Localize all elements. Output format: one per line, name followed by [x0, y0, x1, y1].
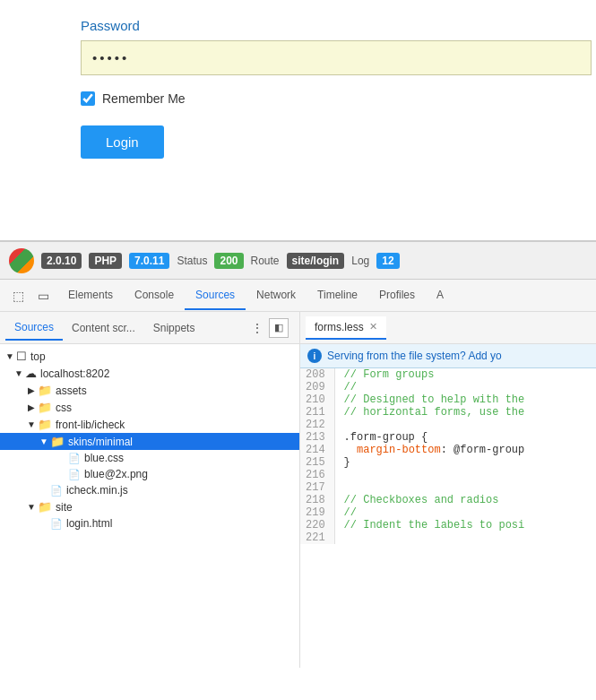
arrow-front-lib: ▼	[25, 419, 38, 429]
sources-subtabs: Sources Content scr... Snippets ⋮ ◧	[0, 312, 299, 344]
tree-item-top[interactable]: ▼ ☐ top	[0, 348, 299, 365]
file-tree: ▼ ☐ top ▼ ☁ localhost:8202 ▶ 📁 assets	[0, 344, 299, 668]
code-line-219: 219 //	[300, 506, 596, 519]
code-line-208: 208 // Form groups	[300, 368, 596, 381]
tree-label-assets: assets	[56, 385, 87, 397]
file-tab-forms-less[interactable]: forms.less ✕	[306, 316, 386, 340]
subtab-snippets[interactable]: Snippets	[144, 316, 204, 340]
file-icon-icheck: 📄	[50, 485, 63, 497]
log-count-badge: 12	[376, 253, 399, 269]
tree-item-assets[interactable]: ▶ 📁 assets	[0, 382, 299, 399]
tree-item-localhost[interactable]: ▼ ☁ localhost:8202	[0, 365, 299, 382]
folder-icon-site: 📁	[38, 500, 52, 514]
page-content: Password Remember Me Login	[0, 0, 596, 242]
file-tab-label: forms.less	[315, 321, 364, 333]
tab-profiles[interactable]: Profiles	[368, 281, 426, 310]
code-line-213: 213 .form-group {	[300, 431, 596, 444]
code-line-210: 210 // Designed to help with the	[300, 393, 596, 406]
tree-label-localhost: localhost:8202	[40, 367, 109, 380]
tree-item-blue-css[interactable]: 📄 blue.css	[0, 450, 299, 466]
tab-timeline[interactable]: Timeline	[307, 281, 368, 310]
code-line-209: 209 //	[300, 381, 596, 393]
password-label: Password	[81, 18, 578, 33]
file-icon-blue-css: 📄	[68, 453, 81, 464]
tab-elements[interactable]: Elements	[57, 281, 124, 310]
close-tab-icon[interactable]: ✕	[369, 321, 377, 333]
tree-label-icheck: icheck.min.js	[66, 484, 128, 497]
devtools-tabs-row: ⬚ ▭ Elements Console Sources Network Tim…	[0, 280, 596, 312]
code-line-214: 214 margin-bottom: @form-group	[300, 444, 596, 456]
code-lines: 208 // Form groups 209 // 210 // Designe…	[300, 368, 596, 544]
info-text: Serving from the file system? Add yo	[327, 350, 502, 362]
code-line-221: 221	[300, 531, 596, 544]
route-value-badge: site/login	[287, 253, 345, 269]
tab-network[interactable]: Network	[246, 281, 307, 310]
tree-label-site: site	[56, 501, 73, 514]
cursor-icon[interactable]: ⬚	[7, 285, 29, 307]
code-line-211: 211 // horizontal forms, use the	[300, 406, 596, 419]
subtab-sources[interactable]: Sources	[5, 315, 63, 341]
arrow-localhost: ▼	[13, 368, 25, 378]
status-label: Status	[177, 255, 207, 267]
tree-item-blue-png[interactable]: 📄 blue@2x.png	[0, 466, 299, 482]
subtab-content-scripts[interactable]: Content scr...	[63, 316, 144, 340]
folder-icon-front-lib: 📁	[38, 418, 52, 431]
code-line-216: 216	[300, 469, 596, 481]
device-icon[interactable]: ▭	[32, 285, 54, 307]
arrow-site: ▼	[25, 502, 38, 512]
file-icon-blue-png: 📄	[68, 469, 81, 480]
info-icon: i	[307, 349, 322, 363]
remember-row: Remember Me	[81, 91, 578, 106]
tree-label-front-lib: front-lib/icheck	[56, 419, 125, 431]
left-panel: Sources Content scr... Snippets ⋮ ◧ ▼ ☐ …	[0, 312, 300, 668]
tree-item-site[interactable]: ▼ 📁 site	[0, 498, 299, 515]
devtools-bar: 2.0.10 PHP 7.0.11 Status 200 Route site/…	[0, 242, 596, 280]
cloud-icon: ☁	[25, 367, 37, 380]
php-label: PHP	[89, 253, 122, 269]
tab-extra[interactable]: A	[426, 281, 454, 310]
login-button[interactable]: Login	[81, 125, 164, 159]
panel-toggle[interactable]: ◧	[269, 318, 289, 338]
tree-item-icheck[interactable]: 📄 icheck.min.js	[0, 482, 299, 498]
tree-label-blue-png: blue@2x.png	[84, 468, 148, 480]
tree-label-skins: skins/minimal	[68, 436, 133, 448]
yii-logo	[9, 248, 34, 273]
info-bar: i Serving from the file system? Add yo	[300, 344, 596, 368]
folder-icon-css: 📁	[38, 401, 52, 414]
tree-label-login: login.html	[66, 517, 112, 530]
arrow-css: ▶	[25, 402, 38, 412]
status-code-badge: 200	[214, 253, 243, 269]
remember-label: Remember Me	[102, 91, 186, 106]
tree-item-login[interactable]: 📄 login.html	[0, 515, 299, 531]
page-icon: ☐	[16, 350, 27, 363]
file-icon-login: 📄	[50, 518, 63, 530]
code-line-215: 215 }	[300, 456, 596, 469]
tree-item-front-lib[interactable]: ▼ 📁 front-lib/icheck	[0, 416, 299, 433]
devtools-content: Sources Content scr... Snippets ⋮ ◧ ▼ ☐ …	[0, 312, 596, 668]
code-area[interactable]: 208 // Form groups 209 // 210 // Designe…	[300, 368, 596, 668]
code-line-218: 218 // Checkboxes and radios	[300, 494, 596, 506]
arrow-skins: ▼	[38, 436, 50, 446]
tree-item-css[interactable]: ▶ 📁 css	[0, 399, 299, 416]
password-input[interactable]	[81, 40, 592, 75]
code-line-212: 212	[300, 419, 596, 431]
tree-label-blue-css: blue.css	[84, 452, 124, 464]
php-version-badge: 7.0.11	[129, 253, 169, 269]
code-line-217: 217	[300, 481, 596, 494]
arrow-top: ▼	[4, 351, 16, 361]
tree-label-css: css	[56, 402, 72, 414]
subtab-more[interactable]: ⋮	[246, 317, 269, 339]
right-panel: forms.less ✕ i Serving from the file sys…	[300, 312, 596, 668]
folder-icon-assets: 📁	[38, 384, 52, 397]
folder-icon-skins: 📁	[50, 435, 65, 448]
tree-label-top: top	[30, 350, 46, 363]
code-line-220: 220 // Indent the labels to posi	[300, 519, 596, 531]
tree-item-skins-minimal[interactable]: ▼ 📁 skins/minimal	[0, 433, 299, 450]
tab-sources[interactable]: Sources	[185, 281, 246, 310]
log-label: Log	[351, 255, 369, 267]
remember-checkbox[interactable]	[81, 91, 95, 106]
route-label: Route	[251, 255, 280, 267]
version-badge: 2.0.10	[41, 253, 82, 269]
tab-console[interactable]: Console	[124, 281, 185, 310]
file-tabs: forms.less ✕	[300, 312, 596, 344]
